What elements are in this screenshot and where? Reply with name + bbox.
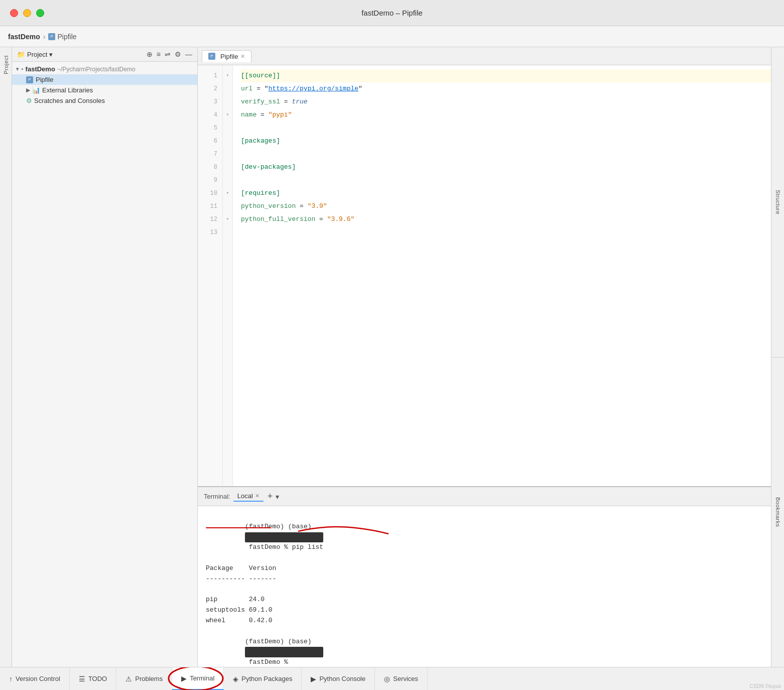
status-python-packages[interactable]: ◈ Python Packages [224,667,302,690]
status-python-console[interactable]: ▶ Python Console [302,667,375,690]
status-services[interactable]: ◎ Services [375,667,428,690]
gutter-fold-12[interactable]: ▾ [223,213,232,226]
project-dropdown-icon[interactable]: ▾ [49,51,53,58]
gutter-fold-1[interactable]: ▾ [223,69,232,82]
status-services-label: Services [393,675,418,682]
terminal-tab-local[interactable]: Local ✕ [233,491,264,502]
code-line-5 [241,122,771,135]
code-gutter: ▾ ▾ ▾ ▾ [223,65,233,486]
right-side-strips: Structure Bookmarks [771,47,784,667]
terminal-content[interactable]: (fastDemo) (base) ████████████████████ f… [198,506,771,667]
status-bar: ↑ Version Control ☰ TODO ⚠ Problems ▶ Te… [0,667,784,690]
pipfile-icon: P [26,76,33,83]
window-title: fastDemo – Pipfile [361,9,423,17]
tree-item-pipfile[interactable]: P Pipfile [12,74,197,85]
terminal-line-7: wheel 0.42.0 [206,616,763,626]
terminal-line-1: (fastDemo) (base) ████████████████████ f… [206,511,763,563]
left-side-strip: Project [0,47,12,667]
gutter-9 [223,174,232,187]
scratches-icon: ⚙ [26,97,32,104]
tab-close-icon[interactable]: ✕ [240,53,245,60]
code-line-3: verify_ssl = true [241,95,771,108]
code-editor[interactable]: 1 2 3 4 5 6 7 8 9 10 11 12 13 ▾ [198,65,771,486]
tree-item-external-libs[interactable]: ▶ 📊 External Libraries [12,85,197,95]
breadcrumb-file[interactable]: P Pipfile [48,33,76,41]
code-key-verify: verify_ssl [241,98,280,105]
tree-item-scratches[interactable]: ⚙ Scratches and Consoles [12,95,197,106]
code-key-pyfullver: python_full_version [241,215,315,223]
gutter-fold-10[interactable]: ▾ [223,187,232,200]
gutter-fold-4[interactable]: ▾ [223,108,232,122]
status-python-console-label: Python Console [319,675,365,682]
red-annotation-svg [298,521,424,541]
status-todo[interactable]: ☰ TODO [70,667,116,690]
project-toolbar: ⊕ ≡ ⇌ ⚙ — [147,50,192,58]
code-url-link[interactable]: https://pypi.org/simple [269,85,358,92]
project-panel-title: 📁 Project ▾ [17,51,144,58]
line-num-7: 7 [198,148,222,161]
folder-icon-root: ▪ [21,65,24,73]
code-line-9 [241,174,771,187]
line-num-9: 9 [198,174,222,187]
status-terminal[interactable]: ▶ Terminal [172,667,224,690]
terminal-line-3: ---------- ------- [206,574,763,585]
line-numbers: 1 2 3 4 5 6 7 8 9 10 11 12 13 [198,65,223,486]
close-button[interactable] [10,9,18,17]
bookmarks-label: Bookmarks [775,497,781,527]
window-controls [10,9,44,17]
tab-pipfile[interactable]: P Pipfile ✕ [202,50,251,62]
breadcrumb-separator: › [43,33,46,41]
expand-icon[interactable]: ⇌ [165,50,171,58]
tab-pipfile-label: Pipfile [220,53,238,60]
line-num-13: 13 [198,226,222,239]
code-line-1: [[source]] [241,69,771,82]
status-problems[interactable]: ⚠ Problems [116,667,172,690]
terminal-label: Terminal: [204,493,230,500]
line-num-11: 11 [198,200,222,213]
python-console-icon: ▶ [311,675,316,683]
status-todo-label: TODO [88,675,107,682]
breadcrumb-project[interactable]: fastDemo [8,33,40,41]
terminal-line-2: Package Version [206,563,763,574]
terminal-line-8: (fastDemo) (base) ████████████████████ f… [206,626,763,667]
project-panel: 📁 Project ▾ ⊕ ≡ ⇌ ⚙ — ▾ ▪ fastDemo ~/Pyc… [12,47,198,667]
bookmarks-strip[interactable]: Bookmarks [771,358,784,667]
terminal-suffix-2: fastDemo % [245,658,292,666]
problems-icon: ⚠ [125,675,132,683]
project-strip-label[interactable]: Project [3,55,9,74]
status-terminal-label: Terminal [190,674,214,682]
terminal-add-button[interactable]: + [268,491,273,502]
chart-icon: 📊 [32,86,40,94]
add-content-icon[interactable]: ⊕ [147,50,153,58]
line-num-4: 4 [198,108,222,122]
python-packages-icon: ◈ [233,675,238,683]
tree-label-pipfile: Pipfile [36,76,53,83]
terminal-tab-close-icon[interactable]: ✕ [255,493,259,499]
code-key-pyver: python_version [241,202,296,210]
line-num-10: 10 [198,187,222,200]
editor-area: P Pipfile ✕ 1 2 3 4 5 6 7 8 9 10 [198,47,771,486]
tree-item-root[interactable]: ▾ ▪ fastDemo ~/PycharmProjects/fastDemo [12,64,197,74]
code-bracket-source: [[source]] [241,72,280,79]
settings-icon[interactable]: ⚙ [175,50,181,58]
gutter-5 [223,122,232,135]
code-val-true: true [292,98,307,105]
status-problems-label: Problems [135,675,163,682]
collapse-all-icon[interactable]: ≡ [157,50,161,58]
pipfile-icon-small: P [48,33,55,40]
status-version-control[interactable]: ↑ Version Control [0,667,70,690]
tree-path-fastdemo: ~/PycharmProjects/fastDemo [57,66,136,73]
minimize-panel-icon[interactable]: — [185,50,192,58]
code-content[interactable]: [[source]] url = "https://pypi.org/simpl… [233,65,771,486]
code-key-url: url [241,85,252,92]
maximize-button[interactable] [36,9,44,17]
structure-strip[interactable]: Structure [771,47,784,358]
terminal-dropdown-icon[interactable]: ▾ [276,493,279,501]
minimize-button[interactable] [23,9,31,17]
code-line-2: url = "https://pypi.org/simple" [241,82,771,95]
code-key-name: name [241,111,256,119]
project-tree: ▾ ▪ fastDemo ~/PycharmProjects/fastDemo … [12,62,197,667]
watermark: CSDN ©tuyus [750,683,781,689]
terminal-prefix-2: (fastDemo) (base) [245,638,315,645]
services-icon: ◎ [384,675,390,683]
